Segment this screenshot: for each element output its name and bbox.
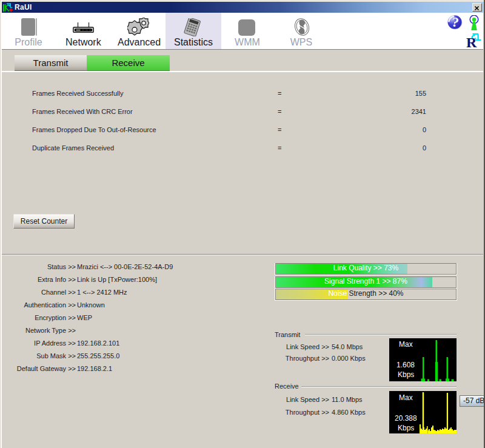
svg-text:Kbps: Kbps <box>398 370 414 379</box>
svg-text:1.608: 1.608 <box>396 361 415 369</box>
svg-text:20.388: 20.388 <box>395 414 417 423</box>
svg-text:Max: Max <box>399 340 413 349</box>
svg-text:R: R <box>466 35 477 49</box>
svg-text:Max: Max <box>399 393 413 402</box>
svg-text:Kbps: Kbps <box>398 424 414 432</box>
